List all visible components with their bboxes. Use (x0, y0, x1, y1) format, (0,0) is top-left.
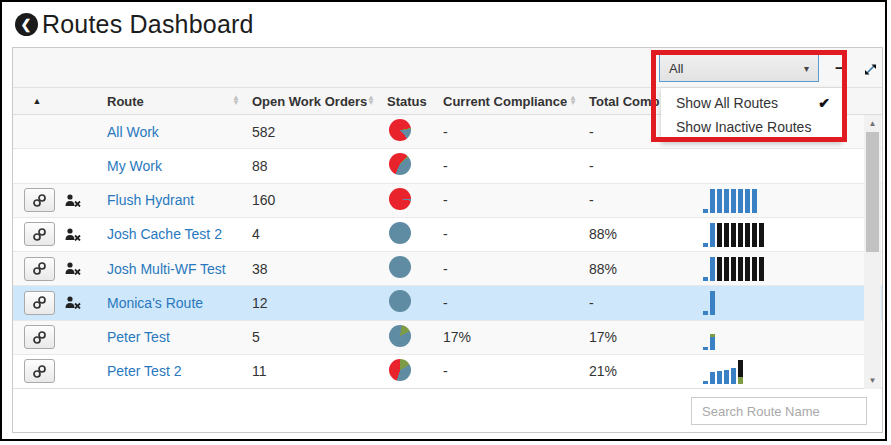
history-bar (703, 347, 708, 350)
open-work-orders-value: 11 (248, 363, 383, 379)
status-pie-chart (389, 119, 411, 141)
link-icon (32, 330, 47, 345)
current-compliance-value: - (439, 226, 585, 242)
sort-icons[interactable]: ▲▼ (367, 96, 375, 106)
link-route-button[interactable] (24, 359, 55, 383)
history-bar (752, 189, 757, 213)
current-compliance-value: - (439, 363, 585, 379)
unassign-user-icon[interactable] (65, 228, 81, 241)
unassign-user-icon[interactable] (65, 194, 81, 207)
table-row[interactable]: Peter Test517%17% (13, 321, 882, 355)
status-pie-chart (389, 222, 411, 244)
link-route-button[interactable] (24, 188, 55, 212)
table-row[interactable]: Josh Cache Test 24-88% (13, 218, 882, 252)
route-link[interactable]: My Work (107, 158, 162, 174)
history-bar (717, 371, 722, 384)
compliance-history-chart (697, 290, 882, 315)
open-work-orders-value: 5 (248, 329, 383, 345)
table-row[interactable]: Flush Hydrant160-- (13, 184, 882, 218)
link-icon (32, 261, 47, 276)
header-sort-state[interactable]: ▲ (13, 88, 61, 114)
history-bar (724, 189, 729, 213)
history-bar (738, 189, 743, 213)
history-bar (710, 334, 715, 350)
link-icon (32, 193, 47, 208)
sort-icons[interactable]: ▲▼ (569, 96, 577, 106)
route-link[interactable]: Peter Test 2 (107, 363, 181, 379)
history-bar (710, 372, 715, 384)
route-link[interactable]: Peter Test (107, 329, 170, 345)
unassign-user-icon[interactable] (65, 262, 81, 275)
link-route-button[interactable] (24, 257, 55, 281)
check-icon: ✔ (818, 95, 830, 111)
header-route[interactable]: Route ▲▼ (103, 88, 248, 114)
history-bar (703, 381, 708, 384)
table-row[interactable]: Monica's Route12-- (13, 286, 882, 320)
link-route-button[interactable] (24, 325, 55, 349)
total-compliance-value: - (585, 192, 693, 208)
sort-icons[interactable]: ▲▼ (232, 96, 240, 106)
status-pie-chart (389, 359, 411, 381)
history-bar (724, 370, 729, 384)
history-bar (759, 257, 764, 281)
open-work-orders-value: 38 (248, 261, 383, 277)
history-bar (752, 223, 757, 247)
header-current-compliance[interactable]: Current Compliance ▲▼ (439, 88, 585, 114)
link-icon (32, 364, 47, 379)
header-open-work-orders[interactable]: Open Work Orders ▲▼ (248, 88, 383, 114)
table-row[interactable]: Peter Test 211-21% (13, 355, 882, 389)
route-link[interactable]: Flush Hydrant (107, 192, 194, 208)
route-filter-value: All (669, 61, 683, 76)
scrollbar-thumb[interactable] (866, 132, 879, 252)
total-compliance-value: 88% (585, 261, 693, 277)
history-bar (710, 189, 715, 213)
link-route-button[interactable] (24, 291, 55, 315)
current-compliance-value: - (439, 192, 585, 208)
scroll-down-button[interactable]: ▼ (864, 373, 881, 388)
header-status[interactable]: Status (383, 88, 439, 114)
history-bar (745, 189, 750, 213)
route-link[interactable]: Josh Multi-WF Test (107, 261, 226, 277)
expand-button[interactable] (858, 57, 882, 81)
collapse-button[interactable]: − (828, 57, 852, 81)
history-bar (752, 257, 757, 281)
history-bar (731, 368, 736, 384)
back-icon: ❮ (21, 18, 32, 31)
table-row[interactable]: My Work88-- (13, 149, 882, 183)
vertical-scrollbar[interactable]: ▲ ▼ (864, 115, 881, 389)
menu-item-show-all-routes[interactable]: Show All Routes ✔ (661, 91, 842, 115)
scroll-up-button[interactable]: ▲ (864, 116, 881, 131)
link-route-button[interactable] (24, 222, 55, 246)
history-bar (745, 223, 750, 247)
routes-panel: All ▾ − ▲ Route ▲▼ (12, 47, 883, 433)
compliance-history-chart (697, 359, 882, 384)
panel-toolbar: All ▾ − (13, 48, 882, 88)
history-bar (717, 257, 722, 281)
compliance-history-chart (697, 188, 882, 213)
status-pie-chart (389, 290, 411, 312)
filter-menu: Show All Routes ✔ Show Inactive Routes (661, 88, 842, 142)
unassign-user-icon[interactable] (65, 296, 81, 309)
search-route-input[interactable] (691, 397, 867, 425)
table-footer (13, 388, 882, 432)
history-bar (745, 257, 750, 281)
open-work-orders-value: 4 (248, 226, 383, 242)
expand-icon (863, 62, 878, 77)
route-filter-dropdown[interactable]: All ▾ (659, 54, 819, 82)
menu-item-show-inactive-routes[interactable]: Show Inactive Routes (661, 115, 842, 139)
status-pie-chart (389, 153, 411, 175)
history-bar (703, 277, 708, 281)
history-bar (703, 311, 708, 315)
current-compliance-value: - (439, 124, 585, 140)
route-link[interactable]: All Work (107, 124, 159, 140)
route-link[interactable]: Monica's Route (107, 295, 203, 311)
link-icon (32, 295, 47, 310)
caret-down-icon: ▾ (804, 63, 809, 74)
total-compliance-value: 88% (585, 226, 693, 242)
status-pie-chart (389, 256, 411, 278)
history-bar (710, 291, 715, 315)
route-link[interactable]: Josh Cache Test 2 (107, 226, 222, 242)
status-pie-chart (389, 188, 411, 210)
table-row[interactable]: Josh Multi-WF Test38-88% (13, 252, 882, 286)
back-button[interactable]: ❮ (15, 13, 38, 36)
